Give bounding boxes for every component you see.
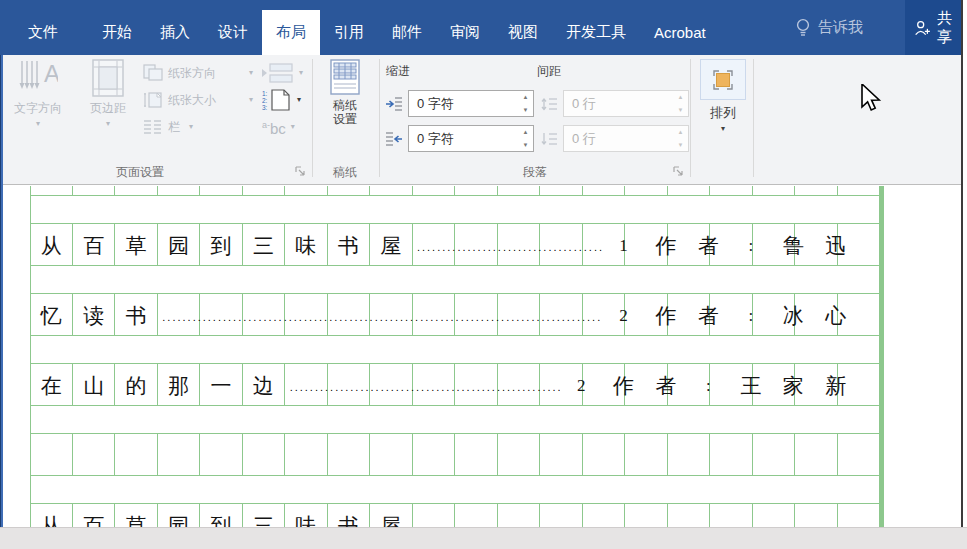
arrange-button[interactable]: 排列 ▾ (699, 59, 747, 133)
spacing-before-field: 0 行 ▲▼ (563, 90, 689, 117)
page-setup-dialog-launcher[interactable] (294, 165, 306, 177)
word-window: 文件开始插入设计布局引用邮件审阅视图开发工具Acrobat 告诉我 共享 (0, 0, 967, 549)
indent-label: 缩进 (386, 63, 410, 80)
grid-cell (30, 186, 73, 195)
tab-文件[interactable]: 文件 (14, 10, 72, 55)
grid-cell (753, 186, 796, 195)
tab-邮件[interactable]: 邮件 (378, 10, 436, 55)
colon-char: : (730, 236, 772, 256)
page-number: 2 (560, 376, 602, 396)
indent-left-icon (385, 96, 403, 112)
chevron-down-icon: ▾ (249, 96, 253, 104)
grid-cell (455, 186, 498, 195)
grid-cell-row (30, 433, 879, 476)
title-char: 味 (285, 512, 327, 528)
line-numbers-icon: 1: 2: 3: (262, 89, 292, 111)
dot-leader: ........................................… (285, 381, 560, 393)
genko-group-label: 稿纸 (315, 164, 375, 181)
mouse-cursor (860, 84, 886, 112)
grid-cell (413, 434, 456, 475)
person-plus-icon (914, 18, 930, 38)
tab-审阅[interactable]: 审阅 (436, 10, 494, 55)
tab-视图[interactable]: 视图 (494, 10, 552, 55)
svg-text:A: A (44, 60, 58, 87)
columns-button[interactable]: 栏 ▾ (143, 115, 193, 139)
author-char: 新 (815, 372, 857, 400)
spacing-label: 间距 (537, 63, 561, 80)
tab-Acrobat[interactable]: Acrobat (640, 10, 720, 55)
title-char: 忆 (30, 302, 72, 330)
tell-me[interactable]: 告诉我 (795, 0, 863, 55)
grid-cell (328, 186, 371, 195)
author-char: 迅 (815, 232, 857, 260)
tab-开发工具[interactable]: 开发工具 (552, 10, 640, 55)
title-char: 在 (30, 372, 72, 400)
breaks-button[interactable]: ▾ (260, 61, 303, 85)
toc-row[interactable]: 从百草园到三味书屋...............................… (30, 223, 879, 268)
grid-cell (710, 434, 753, 475)
chevron-down-icon: ▾ (106, 120, 110, 128)
grid-cell (73, 186, 116, 195)
chevron-down-icon: ▾ (291, 123, 295, 131)
lightbulb-icon (795, 18, 811, 38)
indent-right-value[interactable]: 0 字符 (409, 126, 518, 151)
grid-cell (498, 434, 541, 475)
indent-left-spinner[interactable]: ▲▼ (518, 91, 533, 116)
toc-row[interactable]: 忆读书.....................................… (30, 293, 879, 338)
tab-设计[interactable]: 设计 (204, 10, 262, 55)
grid-cell (370, 434, 413, 475)
tab-布局-active[interactable]: 布局 (262, 10, 320, 55)
window-left-edge-highlight (1, 55, 3, 528)
grid-cell (200, 186, 243, 195)
title-char: 百 (72, 512, 114, 528)
document-canvas[interactable]: 从百草园到三味书屋...............................… (0, 186, 962, 527)
margins-button[interactable]: 页边距 ▾ (76, 59, 140, 128)
genko-paper-icon (329, 59, 361, 95)
tab-引用[interactable]: 引用 (320, 10, 378, 55)
author-label-char: 者 (645, 372, 687, 400)
grid-cell (583, 186, 626, 195)
tab-开始[interactable]: 开始 (88, 10, 146, 55)
grid-cell (243, 434, 286, 475)
grid-cell (795, 434, 838, 475)
indent-left-value[interactable]: 0 字符 (409, 91, 518, 116)
title-char: 那 (157, 372, 199, 400)
spacing-after-spinner: ▲▼ (673, 126, 688, 151)
text-direction-label: 文字方向 (14, 100, 62, 117)
grid-cell (370, 186, 413, 195)
chevron-down-icon: ▾ (249, 69, 253, 77)
author-char: 鲁 (772, 232, 814, 260)
author-char: 王 (730, 372, 772, 400)
svg-text:3:: 3: (262, 104, 268, 111)
indent-right-spinner[interactable]: ▲▼ (518, 126, 533, 151)
grid-cell (668, 186, 711, 195)
author-char: 家 (772, 372, 814, 400)
grid-cell (285, 186, 328, 195)
toc-row[interactable]: 从百草园到三味书屋 (30, 503, 879, 527)
genko-settings-button[interactable]: 稿纸 设置 (322, 59, 368, 126)
grid-cell (158, 434, 201, 475)
grid-cell (115, 434, 158, 475)
indent-left-field[interactable]: 0 字符 ▲▼ (408, 90, 534, 117)
ribbon-tab-strip: 文件开始插入设计布局引用邮件审阅视图开发工具Acrobat (14, 10, 720, 55)
title-char: 到 (200, 512, 242, 528)
group-separator (690, 59, 691, 177)
grid-cell (455, 434, 498, 475)
paper-size-button[interactable]: 纸张大小 ▾ (143, 88, 253, 112)
tab-插入[interactable]: 插入 (146, 10, 204, 55)
text-direction-button[interactable]: A 文字方向 ▾ (6, 59, 70, 128)
hyphenation-button[interactable]: a-bc ▾ (262, 115, 295, 139)
paragraph-dialog-launcher[interactable] (672, 165, 684, 177)
hyphenation-icon: a-bc (262, 119, 286, 135)
grid-cell (540, 434, 583, 475)
grid-cell (753, 434, 796, 475)
line-numbers-button[interactable]: 1: 2: 3: ▾ (262, 88, 301, 112)
colon-char: : (730, 306, 772, 326)
toc-row[interactable]: 在山的那一边..................................… (30, 363, 879, 408)
group-separator (379, 59, 380, 177)
share-button[interactable]: 共享 (905, 0, 962, 55)
horizontal-scrollbar[interactable] (0, 527, 967, 549)
indent-right-field[interactable]: 0 字符 ▲▼ (408, 125, 534, 152)
orientation-button[interactable]: 纸张方向 ▾ (143, 61, 253, 85)
dot-leader: ........................................… (412, 241, 602, 253)
